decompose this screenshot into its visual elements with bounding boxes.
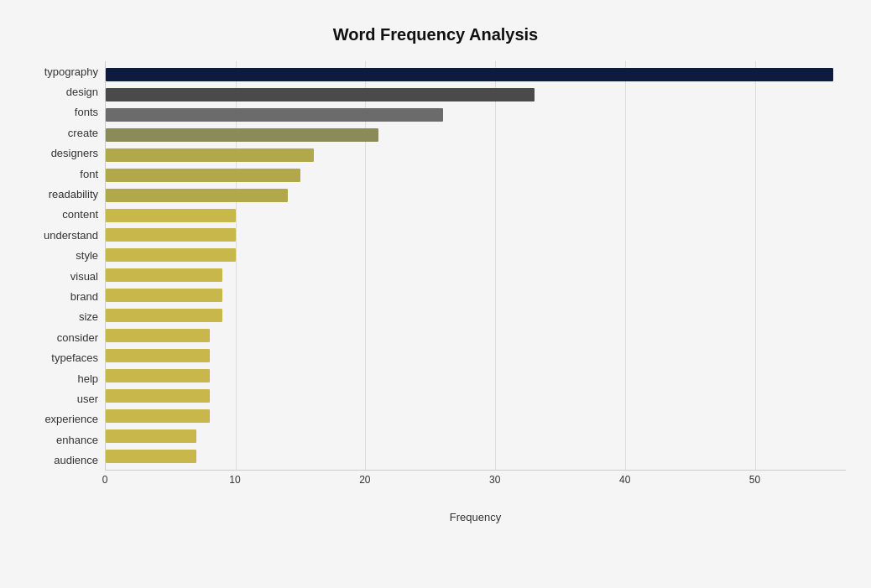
bar (106, 409, 210, 423)
bar-row (106, 328, 846, 343)
y-axis-label: font (80, 169, 98, 180)
bar (106, 309, 222, 322)
y-axis-label: readability (49, 189, 98, 200)
bar-row (106, 247, 846, 263)
x-axis-tick-label: 0 (102, 474, 108, 486)
chart-title: Word Frequency Analysis (25, 25, 846, 44)
bar (106, 169, 300, 182)
bar-row (106, 127, 846, 143)
bar (106, 148, 314, 162)
bar-row (106, 288, 846, 303)
bar-row (106, 107, 846, 122)
bar (106, 369, 210, 382)
y-axis-label: style (76, 250, 98, 261)
x-axis-title: Frequency (105, 511, 846, 523)
x-axis-tick-label: 20 (359, 474, 370, 486)
chart-area: typographydesignfontscreatedesignersfont… (25, 61, 846, 523)
y-axis-label: typography (44, 66, 98, 77)
y-axis-label: size (79, 311, 98, 322)
x-axis-tick-label: 30 (489, 474, 500, 486)
bar (106, 68, 833, 81)
y-axis-label: brand (70, 291, 98, 302)
y-axis-label: help (77, 373, 98, 384)
bar-row (106, 449, 846, 464)
bars-section: typographydesignfontscreatedesignersfont… (25, 61, 846, 471)
y-axis-label: audience (54, 455, 98, 466)
bar-row (106, 148, 846, 163)
bar-row (106, 429, 846, 444)
bar-row (106, 368, 846, 383)
chart-container: Word Frequency Analysis typographydesign… (8, 8, 863, 588)
bar-row (106, 227, 846, 242)
bar (106, 248, 236, 262)
y-axis-label: typefaces (51, 352, 98, 363)
y-axis-label: consider (57, 332, 98, 343)
bar (106, 108, 443, 122)
bars-and-grid (105, 61, 846, 471)
bar (106, 209, 236, 222)
y-labels: typographydesignfontscreatedesignersfont… (25, 61, 105, 471)
y-axis-label: visual (70, 271, 98, 282)
bar-row (106, 67, 846, 82)
bar (106, 289, 222, 302)
y-axis-label: content (62, 209, 98, 220)
bar-row (106, 87, 846, 102)
bar-row (106, 388, 846, 403)
y-axis-label: user (77, 393, 98, 404)
bar (106, 128, 378, 142)
bar (106, 228, 236, 242)
x-axis-tick-label: 40 (619, 474, 630, 486)
bar (106, 189, 288, 202)
bar (106, 329, 210, 342)
x-axis-tick-label: 50 (749, 474, 760, 486)
y-axis-label: enhance (56, 434, 98, 445)
bar-row (106, 308, 846, 323)
y-axis-label: create (68, 127, 98, 138)
bar-row (106, 168, 846, 183)
bars-wrapper (106, 61, 846, 470)
bar (106, 450, 196, 463)
y-axis-label: understand (44, 230, 98, 241)
x-axis-tick-label: 10 (229, 474, 240, 486)
bar-row (106, 188, 846, 203)
bar (106, 349, 210, 362)
bar-row (106, 208, 846, 223)
bar-row (106, 268, 846, 283)
y-axis-label: design (66, 86, 98, 97)
y-axis-label: fonts (75, 107, 98, 117)
bar (106, 429, 196, 443)
y-axis-label: designers (51, 148, 98, 159)
x-axis-labels: 01020304050 (105, 474, 846, 491)
bar (106, 268, 222, 282)
bar (106, 389, 210, 403)
bar (106, 88, 535, 101)
y-axis-label: experience (44, 414, 98, 424)
bar-row (106, 408, 846, 424)
bar-row (106, 348, 846, 363)
